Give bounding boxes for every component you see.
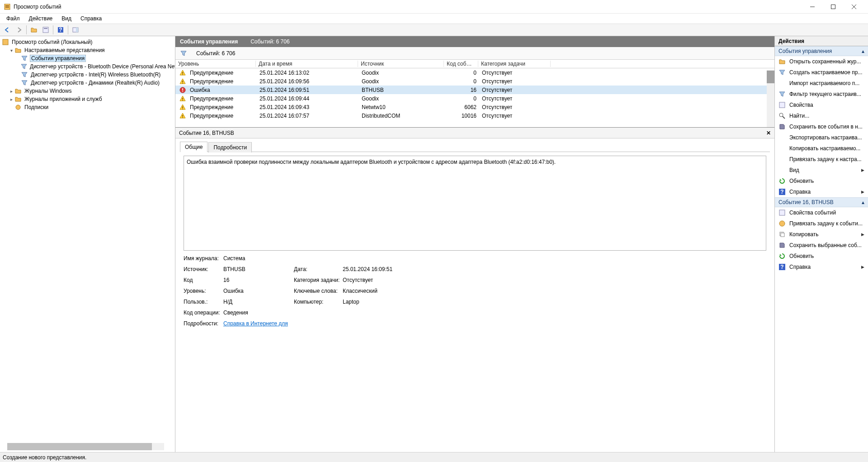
menu-view[interactable]: Вид: [57, 14, 76, 23]
cell-category: Отсутствует: [479, 70, 552, 76]
tree-dm-audio[interactable]: Диспетчер устройств - Динамики (Realtek(…: [0, 79, 175, 87]
action-help2[interactable]: ?Справка▶: [775, 262, 868, 272]
action-find[interactable]: Найти...: [775, 110, 868, 121]
tree-dm-wlan[interactable]: Диспетчер устройств - Intel(R) Wireless …: [0, 71, 175, 79]
folder-icon: [14, 95, 22, 103]
actions-section-event[interactable]: Событие 16, BTHUSB ▴: [775, 197, 868, 207]
table-row[interactable]: Предупреждение25.01.2024 16:09:43Netwtw1…: [175, 103, 774, 111]
table-row[interactable]: Предупреждение25.01.2024 16:07:57Distrib…: [175, 111, 774, 120]
col-code[interactable]: Код события: [444, 61, 478, 67]
help-icon: ?: [778, 263, 786, 271]
tree-mgmt-events[interactable]: События управления: [0, 54, 175, 62]
scrollbar-thumb[interactable]: [7, 443, 152, 450]
action-evt-props[interactable]: Свойства событий: [775, 207, 868, 218]
toolbar-properties-button[interactable]: [40, 24, 51, 35]
close-icon[interactable]: ✕: [766, 130, 771, 136]
grid-header[interactable]: Уровень Дата и время Источник Код событи…: [175, 60, 774, 68]
action-create-view[interactable]: Создать настраиваемое пр...: [775, 67, 868, 78]
action-help[interactable]: ?Справка▶: [775, 186, 868, 197]
action-refresh[interactable]: Обновить: [775, 176, 868, 186]
actions-pane: Действия События управления ▴ Открыть со…: [775, 36, 868, 452]
prop-date-label: Дата:: [294, 266, 343, 272]
action-filter-view[interactable]: Фильтр текущего настраив...: [775, 89, 868, 100]
table-row[interactable]: Предупреждение25.01.2024 16:09:56Goodix0…: [175, 77, 774, 86]
action-save-all[interactable]: Сохранить все события в н...: [775, 121, 868, 132]
section-label: События управления: [778, 48, 832, 54]
cell-date: 25.01.2024 16:09:56: [257, 78, 359, 85]
folder-icon: [14, 47, 22, 54]
minimize-button[interactable]: [802, 0, 823, 14]
action-save-selected[interactable]: Сохранить выбранные соб...: [775, 240, 868, 251]
cell-code: 0: [445, 78, 479, 85]
cell-date: 25.01.2024 16:13:02: [257, 70, 359, 76]
svg-point-34: [779, 221, 785, 226]
svg-rect-12: [76, 28, 78, 32]
collapse-icon[interactable]: ▴: [862, 199, 864, 205]
action-view[interactable]: Вид▶: [775, 165, 868, 176]
chevron-right-icon: ▶: [861, 265, 864, 269]
action-copy[interactable]: Копировать▶: [775, 229, 868, 240]
collapse-icon[interactable]: ▴: [862, 48, 864, 54]
toolbar-folder-button[interactable]: [28, 24, 39, 35]
action-attach-task-evt[interactable]: Привязать задачу к событи...: [775, 218, 868, 229]
action-export-view[interactable]: Экспортировать настраива...: [775, 132, 868, 143]
tree-scrollbar[interactable]: [7, 443, 164, 450]
cell-date: 25.01.2024 16:07:57: [257, 113, 359, 119]
tree-dm-bluetooth[interactable]: Диспетчер устройств - Bluetooth Device (…: [0, 62, 175, 71]
tab-details[interactable]: Подробности: [208, 142, 252, 152]
prop-more-link[interactable]: Справка в Интернете для: [223, 320, 288, 327]
tree-app-logs[interactable]: ▸ Журналы приложений и служб: [0, 95, 175, 103]
tree-pane: Просмотр событий (Локальный) ▾ Настраива…: [0, 36, 175, 452]
action-open-saved[interactable]: Открыть сохраненный жур...: [775, 56, 868, 67]
svg-rect-24: [182, 106, 183, 108]
tree-win-logs[interactable]: ▸ Журналы Windows: [0, 87, 175, 95]
grid-scrollbar[interactable]: [767, 70, 774, 127]
nav-back-button[interactable]: [2, 24, 13, 35]
prop-src-label: Источник:: [184, 266, 223, 272]
expander-icon[interactable]: ▾: [8, 48, 14, 53]
svg-line-30: [783, 116, 785, 119]
col-level[interactable]: Уровень: [175, 61, 256, 67]
menu-help[interactable]: Справка: [76, 14, 106, 23]
tree[interactable]: Просмотр событий (Локальный) ▾ Настраива…: [0, 36, 175, 452]
action-refresh2[interactable]: Обновить: [775, 251, 868, 262]
tree-subs[interactable]: Подписки: [0, 103, 175, 111]
chevron-right-icon: ▶: [861, 168, 864, 172]
close-button[interactable]: [844, 0, 864, 14]
tree-root[interactable]: Просмотр событий (Локальный): [0, 38, 175, 46]
toolbar-panel-button[interactable]: [70, 24, 81, 35]
scrollbar-thumb[interactable]: [767, 71, 774, 83]
svg-rect-4: [831, 5, 835, 9]
action-import-view[interactable]: Импорт настраиваемого п...: [775, 78, 868, 89]
actions-section-view[interactable]: События управления ▴: [775, 46, 868, 56]
menu-action[interactable]: Действие: [24, 14, 57, 23]
toolbar-help-button[interactable]: ?: [55, 24, 66, 35]
copy-icon: [778, 145, 786, 152]
cell-level: Предупреждение: [176, 69, 257, 76]
nav-forward-button[interactable]: [14, 24, 24, 35]
col-category[interactable]: Категория задачи: [478, 61, 551, 67]
col-date[interactable]: Дата и время: [256, 61, 358, 67]
tree-label: Журналы приложений и служб: [24, 96, 103, 102]
action-attach-task-view[interactable]: Привязать задачу к настра...: [775, 154, 868, 165]
tab-general[interactable]: Общие: [180, 142, 208, 152]
col-source[interactable]: Источник: [358, 61, 444, 67]
center-header-count: Событий: 6 706: [250, 38, 289, 45]
tree-custom-views[interactable]: ▾ Настраиваемые представления: [0, 46, 175, 54]
find-icon: [778, 112, 786, 119]
action-properties[interactable]: Свойства: [775, 100, 868, 110]
menu-file[interactable]: Файл: [2, 14, 24, 23]
maximize-button[interactable]: [823, 0, 844, 14]
table-row[interactable]: Ошибка25.01.2024 16:09:51BTHUSB16Отсутст…: [175, 86, 774, 94]
table-row[interactable]: Предупреждение25.01.2024 16:09:44Goodix0…: [175, 94, 774, 103]
svg-text:?: ?: [780, 189, 783, 195]
filter-icon: [180, 50, 187, 57]
prop-lvl-label: Уровень:: [184, 288, 223, 294]
table-row[interactable]: Предупреждение25.01.2024 16:13:02Goodix0…: [175, 68, 774, 77]
chevron-right-icon: ▶: [861, 232, 864, 237]
actions-header: Действия: [775, 36, 868, 46]
expander-icon[interactable]: ▸: [8, 97, 14, 102]
svg-rect-33: [779, 210, 785, 215]
expander-icon[interactable]: ▸: [8, 89, 14, 94]
action-copy-view[interactable]: Копировать настраиваемо...: [775, 143, 868, 154]
